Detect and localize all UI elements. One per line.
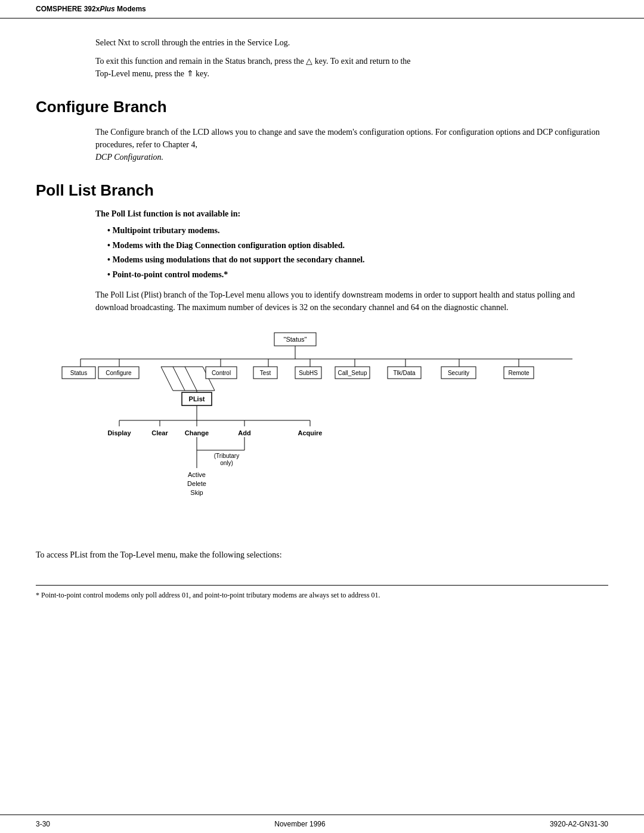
footnote-text: * Point-to-point control modems only pol… xyxy=(36,590,608,600)
footer-page-number: 3-30 xyxy=(36,820,50,828)
svg-text:Add: Add xyxy=(238,429,250,436)
main-content: Select Nxt to scroll through the entries… xyxy=(0,18,644,636)
configure-italic: DCP Configuration. xyxy=(95,153,163,162)
svg-text:(Tributary: (Tributary xyxy=(214,453,239,459)
svg-text:Skip: Skip xyxy=(190,489,203,496)
triangle-icon-1: △ xyxy=(306,57,312,66)
page-footer: 3-30 November 1996 3920-A2-GN31-30 xyxy=(0,815,644,833)
svg-text:Tlk/Data: Tlk/Data xyxy=(393,370,416,376)
svg-text:Call_Setup: Call_Setup xyxy=(338,370,367,376)
svg-text:Test: Test xyxy=(260,370,271,376)
poll-list-heading: Poll List Branch xyxy=(36,181,608,200)
svg-text:Configure: Configure xyxy=(106,370,132,376)
access-para: To access PList from the Top-Level menu,… xyxy=(36,549,608,561)
diagram: "Status" xyxy=(54,328,590,531)
footer-doc-number: 3920-A2-GN31-30 xyxy=(550,820,608,828)
footer-date: November 1996 xyxy=(274,820,325,828)
svg-text:Delete: Delete xyxy=(187,480,206,487)
intro-para2: To exit this function and remain in the … xyxy=(95,55,608,80)
svg-text:Active: Active xyxy=(188,471,206,478)
diagram-container: "Status" xyxy=(36,328,608,531)
intro-para1: Select Nxt to scroll through the entries… xyxy=(95,36,608,49)
svg-text:Security: Security xyxy=(448,370,469,376)
svg-text:Acquire: Acquire xyxy=(298,429,323,436)
page-header: COMSPHERE 392xPlus Modems xyxy=(0,0,644,18)
poll-list-warning: The Poll List function is not available … xyxy=(95,209,608,219)
poll-list-body: The Poll List function is not available … xyxy=(95,209,608,314)
svg-text:Clear: Clear xyxy=(151,429,168,436)
svg-text:Remote: Remote xyxy=(508,370,529,376)
svg-text:Change: Change xyxy=(185,429,209,436)
svg-text:SubHS: SubHS xyxy=(299,370,318,376)
poll-description: The Poll List (Plist) branch of the Top-… xyxy=(95,289,608,314)
svg-text:Control: Control xyxy=(212,370,231,376)
intro-block: Select Nxt to scroll through the entries… xyxy=(95,36,608,80)
configure-text: The Configure branch of the LCD allows y… xyxy=(95,126,608,163)
svg-text:"Status": "Status" xyxy=(284,336,307,343)
configure-body: The Configure branch of the LCD allows y… xyxy=(95,126,608,163)
triangle-icon-2: ⇑ xyxy=(187,69,194,78)
svg-text:Status: Status xyxy=(70,370,87,376)
footnote-section: * Point-to-point control modems only pol… xyxy=(36,585,608,600)
svg-text:Display: Display xyxy=(107,429,131,436)
svg-text:PList: PList xyxy=(189,395,205,402)
svg-text:only): only) xyxy=(220,460,233,466)
access-para-block: To access PList from the Top-Level menu,… xyxy=(36,549,608,561)
bullet-item: Multipoint tributary modems. xyxy=(107,225,608,237)
bullet-item: Modems with the Diag Connection configur… xyxy=(107,240,608,252)
configure-heading: Configure Branch xyxy=(36,98,608,116)
header-title: COMSPHERE 392xPlus Modems xyxy=(36,5,146,13)
bullet-list: Multipoint tributary modems. Modems with… xyxy=(107,225,608,280)
bullet-item: Modems using modulations that do not sup… xyxy=(107,254,608,266)
bullet-item: Point-to-point control modems.* xyxy=(107,269,608,281)
